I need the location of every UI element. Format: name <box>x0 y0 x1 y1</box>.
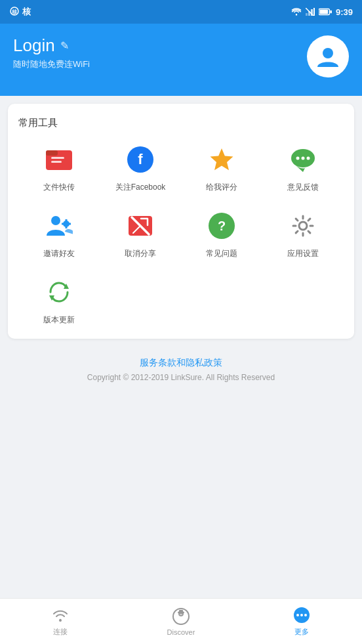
connect-nav-icon <box>51 606 70 624</box>
invite-icon <box>45 212 73 240</box>
more-nav-icon <box>292 606 311 624</box>
tool-faq[interactable]: ? 常见问题 <box>181 209 262 259</box>
edit-icon[interactable]: ✎ <box>60 39 69 52</box>
update-label: 版本更新 <box>43 314 75 326</box>
faq-icon: ? <box>209 213 235 239</box>
settings-gear-icon <box>289 212 317 240</box>
svg-point-46 <box>300 614 303 616</box>
battery-icon <box>319 8 332 16</box>
svg-point-21 <box>51 216 60 225</box>
settings-icon-wrap <box>286 209 320 243</box>
more-dots-icon <box>292 606 311 624</box>
update-icon-wrap <box>42 275 76 309</box>
rate-label: 给我评分 <box>206 182 237 193</box>
tool-file-transfer[interactable]: 文件快传 <box>18 142 100 193</box>
svg-point-47 <box>304 614 307 616</box>
facebook-icon-wrap: f <box>123 142 157 177</box>
feedback-icon <box>289 146 317 173</box>
discover-nav-icon <box>172 607 190 626</box>
user-avatar-icon <box>315 43 341 70</box>
svg-rect-3 <box>306 13 308 16</box>
status-right: 9:39 <box>291 7 353 17</box>
svg-point-11 <box>323 48 333 58</box>
status-bar: 核 核 9:39 <box>0 0 362 24</box>
faq-icon-wrap: ? <box>205 209 239 243</box>
login-title: Login <box>13 35 55 56</box>
svg-point-19 <box>302 157 305 160</box>
avatar[interactable] <box>307 35 349 77</box>
svg-point-27 <box>299 222 307 230</box>
invite-icon-wrap <box>42 209 76 243</box>
header-title-row: Login ✎ <box>13 35 90 56</box>
cancel-share-label: 取消分享 <box>125 248 156 259</box>
tool-facebook[interactable]: f 关注Facebook <box>100 142 181 193</box>
nav-item-connect[interactable]: 连接 <box>0 606 121 637</box>
wifi-icon <box>291 8 302 16</box>
svg-line-33 <box>308 231 310 233</box>
svg-point-45 <box>296 614 299 616</box>
copyright-text: Copyright © 2012-2019 LinkSure. All Righ… <box>8 373 354 382</box>
feedback-icon-wrap <box>286 142 320 177</box>
tools-grid: 文件快传 f 关注Facebook 给我评分 <box>18 142 344 326</box>
svg-rect-6 <box>313 8 315 16</box>
tool-invite[interactable]: 邀请好友 <box>18 209 100 259</box>
file-transfer-icon <box>45 146 73 173</box>
svg-rect-9 <box>319 10 328 14</box>
connect-nav-label: 连接 <box>53 627 68 637</box>
svg-rect-13 <box>46 150 58 156</box>
cancel-share-icon <box>127 212 154 240</box>
svg-point-2 <box>296 14 297 15</box>
faq-label: 常见问题 <box>206 248 237 259</box>
svg-point-18 <box>296 157 300 160</box>
tool-update[interactable]: 版本更新 <box>18 275 100 326</box>
header-left: Login ✎ 随时随地免费连WiFi <box>13 35 90 70</box>
file-transfer-icon-wrap <box>42 142 76 177</box>
facebook-icon: f <box>127 146 153 173</box>
signal-icon: 核 <box>9 6 20 18</box>
svg-line-35 <box>296 231 298 233</box>
svg-point-38 <box>59 619 62 622</box>
tools-section-title: 常用工具 <box>18 117 344 129</box>
feedback-label: 意见反馈 <box>287 182 319 193</box>
invite-label: 邀请好友 <box>43 248 75 259</box>
rate-icon-wrap <box>205 142 239 177</box>
tool-feedback[interactable]: 意见反馈 <box>262 142 344 193</box>
status-left: 核 核 <box>9 6 31 18</box>
tool-cancel-share[interactable]: 取消分享 <box>100 209 181 259</box>
wifi-nav-icon <box>52 607 69 624</box>
svg-rect-10 <box>330 11 332 14</box>
more-nav-label: 更多 <box>294 627 309 637</box>
discover-icon <box>172 607 190 626</box>
nav-item-discover[interactable]: Discover <box>121 607 241 636</box>
cancel-share-icon-wrap <box>123 209 157 243</box>
tool-rate[interactable]: 给我评分 <box>181 142 262 193</box>
signal-bars-icon <box>306 8 315 16</box>
discover-nav-label: Discover <box>167 628 195 636</box>
nav-item-more[interactable]: 更多 <box>241 606 362 637</box>
tool-settings[interactable]: 应用设置 <box>262 209 344 259</box>
header-subtitle: 随时随地免费连WiFi <box>13 58 90 70</box>
svg-marker-16 <box>211 148 233 170</box>
tools-card: 常用工具 文件快传 f 关注F <box>8 104 354 339</box>
bottom-nav: 连接 Discover 更多 <box>0 598 362 644</box>
header: Login ✎ 随时随地免费连WiFi <box>0 24 362 96</box>
facebook-label: 关注Facebook <box>115 182 166 193</box>
rate-star-icon <box>208 146 235 173</box>
svg-line-32 <box>296 219 298 221</box>
main-content: 常用工具 文件快传 f 关注F <box>0 96 362 397</box>
terms-section: 服务条款和隐私政策 Copyright © 2012-2019 LinkSure… <box>8 357 354 389</box>
svg-rect-15 <box>51 161 62 163</box>
svg-rect-14 <box>51 157 64 159</box>
svg-rect-43 <box>179 610 183 613</box>
time-display: 9:39 <box>336 7 353 17</box>
file-transfer-label: 文件快传 <box>43 182 75 193</box>
svg-line-34 <box>308 219 310 221</box>
svg-point-20 <box>307 157 310 160</box>
update-icon <box>45 278 73 306</box>
svg-text:核: 核 <box>11 9 18 15</box>
terms-link[interactable]: 服务条款和隐私政策 <box>8 357 354 369</box>
settings-label: 应用设置 <box>287 248 319 259</box>
carrier-text: 核 <box>22 6 31 18</box>
